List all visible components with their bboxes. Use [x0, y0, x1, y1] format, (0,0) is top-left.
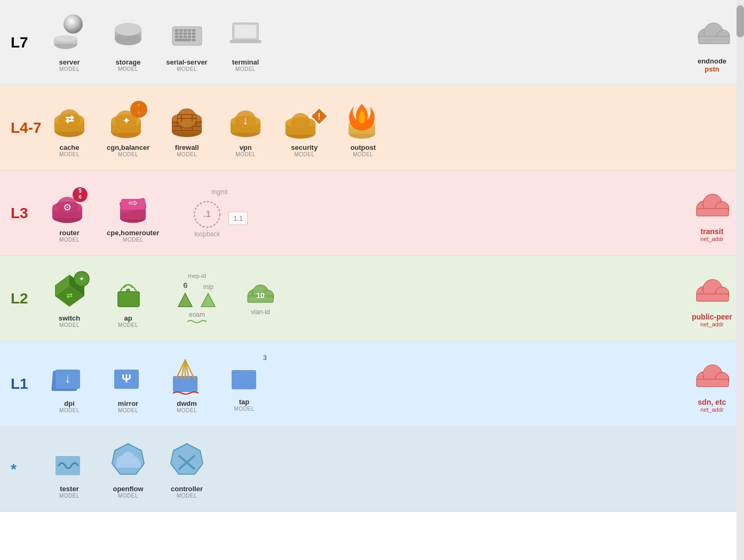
switch-sublabel: MODEL: [59, 322, 80, 328]
ap-label: ap: [124, 314, 132, 322]
svg-text:↑: ↑: [137, 102, 140, 108]
server-sublabel: MODEL: [59, 66, 80, 72]
eoam-label: eoam: [189, 311, 205, 318]
mep-6-item[interactable]: 6: [176, 281, 195, 309]
storage-icon: [107, 13, 149, 56]
svg-rect-12: [188, 29, 191, 31]
cgn-balancer-icon: ✦ ↑ ↓: [107, 99, 149, 141]
mip-label: mip: [203, 283, 213, 291]
loopback-item[interactable]: .1 loopback: [191, 198, 223, 238]
mep-id-label: mep-id: [188, 273, 206, 279]
svg-rect-129: [696, 379, 729, 387]
svg-rect-32: [699, 36, 730, 44]
server-item[interactable]: server MODEL: [48, 13, 91, 72]
mirror-item[interactable]: Ψ mirror MODEL: [107, 355, 149, 413]
svg-text:✦: ✦: [122, 116, 130, 125]
router-icon: ⚙ $ ¢: [48, 184, 91, 227]
openflow-item[interactable]: openflow MODEL: [107, 440, 149, 499]
vpn-sublabel: MODEL: [235, 151, 256, 157]
public-peer-item[interactable]: public-peer net_addr: [691, 270, 733, 327]
svg-rect-15: [179, 33, 183, 35]
security-icon: !: [283, 99, 326, 141]
mip-item[interactable]: mip: [199, 283, 218, 309]
controller-item[interactable]: controller MODEL: [165, 440, 208, 499]
public-peer-net-addr: net_addr: [700, 321, 723, 327]
vlan-group: 10 vlan-id: [244, 281, 276, 316]
server-icon: [48, 13, 91, 56]
mgmt-label: mgmt: [211, 188, 227, 196]
sdn-etc-item[interactable]: sdn, etc net_addr: [691, 355, 733, 413]
vlan-cloud[interactable]: 10: [244, 281, 276, 307]
cache-label: cache: [60, 143, 80, 151]
firewall-label: firewall: [175, 143, 199, 151]
public-peer-label: public-peer: [692, 313, 732, 321]
svg-text:⚙: ⚙: [63, 202, 72, 213]
switch-icon: ⇄ ✦: [48, 269, 91, 312]
dwdm-sublabel: MODEL: [177, 407, 197, 413]
public-peer-cloud-icon: [691, 270, 733, 313]
dpi-item[interactable]: ↓ dpi MODEL: [48, 355, 91, 413]
eoam-group: mep-id 6 mip: [176, 273, 218, 325]
dwdm-label: dwdm: [177, 399, 197, 407]
scrollbar-thumb[interactable]: [737, 5, 744, 37]
cgn-balancer-item[interactable]: ✦ ↑ ↓ cgn,balancer MODEL: [107, 99, 149, 157]
l2-items: ⇄ ✦ switch MODEL: [48, 269, 733, 328]
svg-rect-20: [179, 36, 183, 38]
vpn-item[interactable]: ↓ vpn MODEL: [224, 99, 267, 157]
svg-rect-21: [184, 36, 187, 38]
loopback-row: .1 loopback 1.1: [191, 198, 248, 238]
transit-item[interactable]: transit net_addr: [691, 185, 733, 242]
dwdm-icon: [165, 355, 208, 397]
star-label: *: [11, 461, 48, 478]
svg-marker-136: [171, 444, 203, 474]
svg-rect-14: [175, 33, 178, 35]
svg-rect-19: [175, 36, 178, 38]
security-item[interactable]: ! security MODEL: [283, 99, 326, 157]
firewall-item[interactable]: firewall MODEL: [165, 99, 208, 157]
openflow-icon: [107, 440, 149, 483]
endnode-item[interactable]: endnode pstn: [691, 12, 733, 73]
ap-item[interactable]: ap MODEL: [107, 269, 149, 328]
tap-sublabel: MODEL: [234, 406, 254, 412]
terminal-item[interactable]: terminal MODEL: [224, 13, 267, 72]
star-row: * tester MODEL: [0, 427, 744, 512]
l47-label: L4-7: [11, 119, 48, 137]
loopback-text: loopback: [194, 230, 220, 238]
serial-server-item[interactable]: serial-server MODEL: [165, 13, 208, 72]
ap-icon: [107, 269, 149, 312]
cache-item[interactable]: ⇄ cache MODEL: [48, 99, 91, 157]
switch-label: switch: [59, 314, 80, 322]
svg-rect-13: [192, 29, 195, 31]
router-item[interactable]: ⚙ $ ¢ router MODEL: [48, 184, 91, 243]
l3-row: L3 ⚙ $ ¢: [0, 171, 744, 256]
router-sublabel: MODEL: [59, 237, 80, 243]
endnode-label: endnode: [698, 57, 726, 65]
tester-icon: [48, 440, 91, 483]
tap-item[interactable]: 3 tap MODEL: [224, 356, 264, 412]
outpost-item[interactable]: outpost MODEL: [342, 99, 384, 157]
dpi-icon: ↓: [48, 355, 91, 397]
terminal-icon: [224, 13, 267, 56]
dwdm-item[interactable]: dwdm MODEL: [165, 355, 208, 413]
controller-label: controller: [171, 485, 203, 493]
svg-rect-24: [175, 39, 191, 41]
switch-item[interactable]: ⇄ ✦ switch MODEL: [48, 269, 91, 328]
cpe-homerouter-sublabel: MODEL: [123, 237, 143, 243]
cpe-homerouter-item[interactable]: ⇨ cpe,homerouter MODEL: [107, 184, 159, 243]
mirror-sublabel: MODEL: [118, 407, 138, 413]
page-wrapper: L7: [0, 0, 744, 512]
tap-number: 3: [263, 354, 267, 362]
scrollbar[interactable]: [737, 0, 744, 512]
serial-server-label: serial-server: [166, 58, 207, 66]
cpe-homerouter-icon: ⇨: [112, 184, 154, 227]
vlan-id-label: vlan-id: [251, 308, 270, 316]
mirror-icon: Ψ: [107, 355, 149, 397]
svg-rect-25: [192, 39, 195, 41]
svg-rect-16: [184, 33, 187, 35]
storage-item[interactable]: storage MODEL: [107, 13, 149, 72]
svg-point-102: [126, 289, 130, 293]
sdn-etc-net-addr: net_addr: [700, 406, 723, 413]
l3-items: ⚙ $ ¢ router MODEL: [48, 184, 733, 243]
mep-6-number: 6: [183, 281, 187, 290]
tester-item[interactable]: tester MODEL: [48, 440, 91, 499]
